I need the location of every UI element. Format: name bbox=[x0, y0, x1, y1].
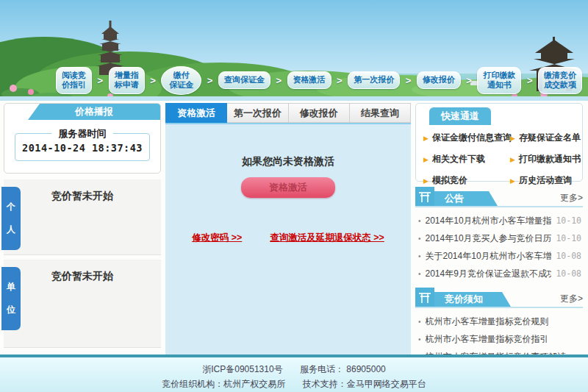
activation-hint: 如果您尚未资格激活 bbox=[165, 124, 411, 168]
notice-title: 杭州市小客车增量指标竞价指引 bbox=[426, 333, 581, 346]
footer-body: 浙ICP备09051310号 服务电话： 86905000 竞价组织机构：杭州产… bbox=[0, 357, 588, 392]
announcement-date: 10-10 bbox=[556, 233, 581, 243]
step-arrow-icon: > bbox=[98, 75, 104, 86]
notice-title: 杭州市小客车增量指标竞价规则 bbox=[426, 316, 581, 328]
announcements-more-link[interactable]: 更多> bbox=[560, 192, 583, 206]
arrow-bullet-icon: ▶ bbox=[510, 135, 515, 142]
quick-link-print-notice[interactable]: ▶ 打印缴款通知书 bbox=[510, 153, 581, 165]
unit-auction-section: 单 位 竞价暂未开始 bbox=[4, 260, 161, 348]
tech-support: 技术支持：金马甲网络交易平台 bbox=[303, 379, 426, 389]
step-arrow-icon: > bbox=[276, 75, 282, 86]
step-first-bid[interactable]: 第一次报价 bbox=[348, 71, 400, 89]
announcement-date: 10-08 bbox=[556, 268, 581, 279]
step-read-guide[interactable]: 阅读竞 价指引 bbox=[56, 67, 92, 95]
center-column: 资格激活 第一次报价 修改报价 结果查询 如果您尚未资格激活 资格激活 修改密码… bbox=[165, 103, 411, 354]
bullet-dot-icon: • bbox=[418, 335, 421, 343]
price-broadcast-panel: 价格播报 服务器时间 2014-10-24 18:37:43 bbox=[4, 103, 161, 174]
organizer: 竞价组织机构：杭州产权交易所 bbox=[162, 379, 285, 389]
quick-link-file-download[interactable]: ▶ 相关文件下载 bbox=[423, 153, 510, 165]
step-modify-bid[interactable]: 修改报价 bbox=[417, 71, 461, 89]
footer: 浙ICP备09051310号 服务电话： 86905000 竞价组织机构：杭州产… bbox=[0, 354, 588, 392]
arrow-bullet-icon: ▶ bbox=[510, 177, 515, 185]
step-qualification-activate[interactable]: 资格激活 bbox=[287, 71, 331, 89]
announcements-list: • 2014年10月杭州市小客车增量指 10-10 • 2014年10月竞买人参… bbox=[415, 207, 583, 282]
quick-link-mock-auction[interactable]: ▶ 模拟竞价 bbox=[423, 174, 510, 187]
server-time-value: 2014-10-24 18:37:43 bbox=[18, 142, 146, 154]
quick-link-doubtful-deposit[interactable]: ▶ 存疑保证金名单 bbox=[510, 132, 581, 144]
step-quota-apply[interactable]: 增量指 标申请 bbox=[109, 67, 145, 95]
service-phone: 服务电话： 86905000 bbox=[300, 364, 386, 374]
process-steps: 阅读竞 价指引 > 增量指 标申请 > 缴付 保证金 > 查询保证金 > 资格激… bbox=[56, 66, 582, 96]
quick-link-label: 保证金缴付信息查询 bbox=[432, 132, 512, 144]
arrow-bullet-icon: ▶ bbox=[510, 156, 515, 163]
bullet-dot-icon: • bbox=[418, 318, 421, 326]
announcement-item[interactable]: • 2014年10月杭州市小客车增量指 10-10 bbox=[418, 212, 581, 229]
arrow-bullet-icon: ▶ bbox=[423, 135, 429, 142]
quick-link-deposit-info[interactable]: ▶ 保证金缴付信息查询 bbox=[423, 132, 510, 144]
step-pay-deposit[interactable]: 缴付 保证金 bbox=[161, 66, 201, 96]
footer-line-2: 竞价组织机构：杭州产权交易所 技术支持：金马甲网络交易平台 bbox=[0, 377, 588, 391]
tab-first-bid[interactable]: 第一次报价 bbox=[227, 103, 288, 123]
quick-access-grid: ▶ 保证金缴付信息查询 ▶ 存疑保证金名单 ▶ 相关文件下载 ▶ 打印缴款通知书 bbox=[422, 132, 576, 187]
price-broadcast-header: 价格播报 bbox=[28, 104, 160, 120]
center-tab-bar: 资格激活 第一次报价 修改报价 结果查询 bbox=[165, 103, 411, 124]
quick-link-label: 打印缴款通知书 bbox=[519, 153, 581, 165]
quick-link-label: 模拟竞价 bbox=[432, 174, 467, 187]
tab-modify-bid[interactable]: 修改报价 bbox=[289, 103, 350, 123]
step-arrow-icon: > bbox=[207, 75, 213, 86]
step-query-deposit[interactable]: 查询保证金 bbox=[218, 71, 270, 89]
bullet-dot-icon: • bbox=[418, 252, 421, 260]
announcement-date: 10-10 bbox=[556, 215, 581, 226]
page: 阅读竞 价指引 > 增量指 标申请 > 缴付 保证金 > 查询保证金 > 资格激… bbox=[0, 0, 588, 392]
tab-unit[interactable]: 单 位 bbox=[1, 267, 21, 330]
personal-auction-status: 竞价暂未开始 bbox=[4, 179, 161, 203]
bullet-dot-icon: • bbox=[418, 270, 421, 278]
query-activation-status-link[interactable]: 查询激活及延期退保状态 >> bbox=[270, 232, 384, 244]
quick-access-header: 快速通道 bbox=[429, 107, 491, 125]
announcement-title: 2014年10月杭州市小客车增量指 bbox=[426, 215, 552, 227]
bullet-dot-icon: • bbox=[418, 217, 421, 225]
change-password-link[interactable]: 修改密码 >> bbox=[192, 232, 242, 244]
tab-personal[interactable]: 个 人 bbox=[1, 187, 21, 250]
quick-link-label: 相关文件下载 bbox=[432, 153, 485, 165]
notice-item[interactable]: • 杭州市小客车增量指标竞价规则 bbox=[418, 313, 581, 330]
archway-icon bbox=[415, 187, 434, 206]
step-arrow-icon: > bbox=[406, 75, 412, 86]
personal-auction-section: 个 人 竞价暂未开始 bbox=[4, 179, 161, 255]
quick-link-history-query[interactable]: ▶ 历史活动查询 bbox=[510, 174, 581, 187]
arrow-bullet-icon: ▶ bbox=[423, 177, 429, 185]
right-column: 快速通道 ▶ 保证金缴付信息查询 ▶ 存疑保证金名单 ▶ 相关文件下载 bbox=[415, 103, 583, 354]
notice-item[interactable]: • 杭州市小客车增量指标竞价指引 bbox=[418, 330, 581, 348]
auction-notice-title: 竞价须知 bbox=[434, 292, 511, 307]
announcement-item[interactable]: • 2014年9月竞价保证金退款不成功 10-08 bbox=[418, 265, 581, 282]
server-time-label: 服务器时间 bbox=[52, 127, 113, 140]
step-pay-final[interactable]: 缴清竞价 成交款项 bbox=[538, 67, 582, 95]
announcement-item[interactable]: • 2014年10月竞买人参与竞价日历 10-10 bbox=[418, 229, 581, 247]
icp-number: 浙ICP备09051310号 bbox=[202, 364, 282, 374]
step-arrow-icon: > bbox=[337, 75, 343, 86]
arrow-bullet-icon: ▶ bbox=[423, 156, 429, 163]
announcement-title: 2014年10月竞买人参与竞价日历 bbox=[426, 232, 552, 245]
tab-result-query[interactable]: 结果查询 bbox=[350, 103, 411, 123]
step-print-notice[interactable]: 打印缴款 通知书 bbox=[477, 67, 521, 95]
announcement-item[interactable]: • 关于2014年10月杭州市小客车增 10-08 bbox=[418, 247, 581, 265]
banner: 阅读竞 价指引 > 增量指 标申请 > 缴付 保证金 > 查询保证金 > 资格激… bbox=[0, 0, 588, 101]
step-arrow-icon: > bbox=[150, 75, 156, 86]
archway-icon bbox=[415, 288, 434, 307]
announcements-panel: 公告 更多> • 2014年10月杭州市小客车增量指 10-10 • 2014年… bbox=[415, 187, 583, 282]
quick-link-label: 存疑保证金名单 bbox=[519, 132, 581, 144]
quick-link-label: 历史活动查询 bbox=[519, 174, 572, 187]
step-arrow-icon: > bbox=[527, 75, 533, 86]
auction-notice-header: 竞价须知 更多> bbox=[415, 288, 583, 308]
auction-notice-more-link[interactable]: 更多> bbox=[560, 293, 583, 307]
footer-line-1: 浙ICP备09051310号 服务电话： 86905000 bbox=[0, 362, 588, 377]
activation-links: 修改密码 >> 查询激活及延期退保状态 >> bbox=[165, 232, 411, 244]
announcement-title: 2014年9月竞价保证金退款不成功 bbox=[426, 268, 552, 280]
unit-auction-status: 竞价暂未开始 bbox=[4, 260, 161, 283]
announcement-title: 关于2014年10月杭州市小客车增 bbox=[426, 250, 552, 263]
activate-qualification-button[interactable]: 资格激活 bbox=[241, 177, 335, 198]
announcements-header: 公告 更多> bbox=[415, 187, 583, 207]
bullet-dot-icon: • bbox=[418, 235, 421, 243]
tab-qualification-activate[interactable]: 资格激活 bbox=[165, 103, 227, 123]
announcements-title: 公告 bbox=[434, 191, 498, 206]
